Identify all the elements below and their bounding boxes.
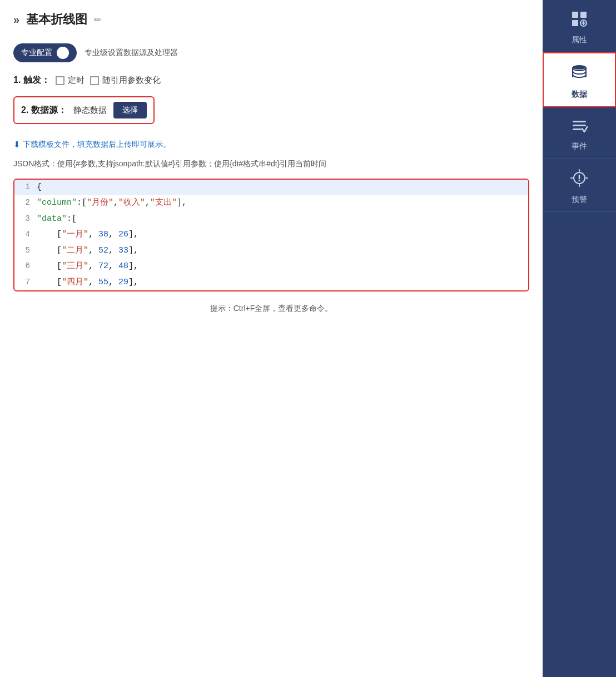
code-line-5: 5 ["二月", 52, 33], xyxy=(14,243,528,259)
datasource-value: 静态数据 xyxy=(73,105,107,116)
svg-point-16 xyxy=(579,180,580,181)
line-content-6: ["三月", 72, 48], xyxy=(37,259,528,275)
key-column: "column" xyxy=(37,198,77,207)
trigger-option-param-change[interactable]: 随引用参数变化 xyxy=(90,75,161,86)
trigger-param-label: 随引用参数变化 xyxy=(102,75,161,86)
toggle-circle xyxy=(57,47,69,59)
page-title: 基本折线图 xyxy=(26,11,87,28)
line-content-7: ["四月", 55, 29], xyxy=(37,275,528,291)
header: » 基本折线图 ✏ xyxy=(13,11,529,30)
data-icon xyxy=(570,63,589,86)
code-line-1: 1 { xyxy=(14,180,528,196)
svg-point-6 xyxy=(573,65,586,70)
line-number-7: 7 xyxy=(14,275,37,290)
line-content-5: ["二月", 52, 33], xyxy=(37,243,528,259)
events-icon xyxy=(571,117,588,138)
sidebar-item-events[interactable]: 事件 xyxy=(543,107,616,159)
line-number-2: 2 xyxy=(14,195,37,210)
edit-icon[interactable]: ✏ xyxy=(94,14,101,25)
sidebar-item-alerts[interactable]: 预警 xyxy=(543,159,616,212)
pro-config-toggle[interactable]: 专业配置 xyxy=(13,43,77,62)
trigger-row: 1. 触发： 定时 随引用参数变化 xyxy=(13,75,529,86)
datasource-row: 2. 数据源： 静态数据 选择 xyxy=(13,96,155,124)
sidebar-item-properties-label: 属性 xyxy=(572,35,587,45)
line-content-4: ["一月", 38, 26], xyxy=(37,227,528,243)
download-link[interactable]: ⬇ 下载模板文件，填充数据后上传即可展示。 xyxy=(13,140,529,150)
line-number-6: 6 xyxy=(14,259,37,274)
svg-rect-1 xyxy=(572,20,578,26)
alerts-icon xyxy=(570,169,589,191)
sidebar-item-data-label: 数据 xyxy=(572,90,587,100)
sidebar-item-alerts-label: 预警 xyxy=(572,195,587,205)
datasource-label: 2. 数据源： xyxy=(21,105,67,116)
breadcrumb-arrow: » xyxy=(13,13,19,26)
checkbox-scheduled[interactable] xyxy=(56,76,64,85)
main-content: » 基本折线图 ✏ 专业配置 专业级设置数据源及处理器 1. 触发： 定时 随引… xyxy=(0,0,543,677)
download-icon: ⬇ xyxy=(13,140,21,150)
properties-icon xyxy=(570,10,588,32)
sidebar: 属性 数据 事件 xyxy=(543,0,616,677)
line-content-2: "column":["月份","收入","支出"], xyxy=(37,195,528,211)
trigger-label: 1. 触发： xyxy=(13,75,50,86)
line-number-3: 3 xyxy=(14,211,37,226)
line-number-1: 1 xyxy=(14,180,37,195)
sidebar-item-properties[interactable]: 属性 xyxy=(543,0,616,52)
json-hint: JSON格式：使用{#参数,支持jsonpath:默认值#}引用参数；使用{dt… xyxy=(13,157,529,171)
line-number-4: 4 xyxy=(14,227,37,242)
line-content-3: "data":[ xyxy=(37,211,528,228)
code-line-6: 6 ["三月", 72, 48], xyxy=(14,259,528,275)
code-line-3: 3 "data":[ xyxy=(14,211,528,228)
pro-config-row: 专业配置 专业级设置数据源及处理器 xyxy=(13,43,529,62)
svg-rect-9 xyxy=(573,129,582,130)
code-line-2: 2 "column":["月份","收入","支出"], xyxy=(14,195,528,211)
code-editor[interactable]: 1 { 2 "column":["月份","收入","支出"], 3 "data… xyxy=(13,179,529,292)
pro-config-label: 专业配置 xyxy=(21,48,52,58)
svg-rect-0 xyxy=(572,12,578,18)
line-content-1: { xyxy=(37,180,528,196)
checkbox-param-change[interactable] xyxy=(90,76,99,85)
select-button[interactable]: 选择 xyxy=(113,102,147,118)
tip-bar: 提示：Ctrl+F全屏，查看更多命令。 xyxy=(13,300,529,317)
code-lines: 1 { 2 "column":["月份","收入","支出"], 3 "data… xyxy=(14,180,528,291)
datasource-container: 2. 数据源： 静态数据 选择 xyxy=(13,96,529,132)
pro-config-description: 专业级设置数据源及处理器 xyxy=(85,48,178,58)
trigger-scheduled-label: 定时 xyxy=(68,75,85,86)
sidebar-item-events-label: 事件 xyxy=(572,141,587,151)
sidebar-item-data[interactable]: 数据 xyxy=(543,52,616,107)
code-line-7: 7 ["四月", 55, 29], xyxy=(14,275,528,291)
download-text: 下载模板文件，填充数据后上传即可展示。 xyxy=(23,140,171,150)
svg-rect-7 xyxy=(573,121,586,122)
svg-rect-2 xyxy=(580,12,587,18)
code-line-4: 4 ["一月", 38, 26], xyxy=(14,227,528,243)
trigger-option-scheduled[interactable]: 定时 xyxy=(56,75,85,86)
line-number-5: 5 xyxy=(14,243,37,258)
svg-rect-8 xyxy=(573,125,586,126)
